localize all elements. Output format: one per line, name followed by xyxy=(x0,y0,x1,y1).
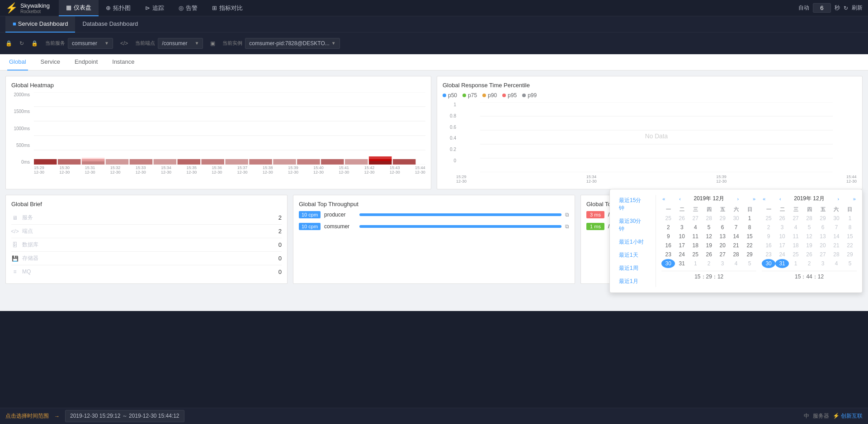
cal-day[interactable]: 2 xyxy=(661,223,675,232)
cal-r-day-31-selected[interactable]: 31 xyxy=(775,259,789,268)
cal-day[interactable]: 28 xyxy=(702,214,716,223)
cal-r-day[interactable]: 13 xyxy=(816,232,830,241)
cal-r-day[interactable]: 26 xyxy=(802,250,816,259)
cal-day[interactable]: 16 xyxy=(661,241,675,250)
shortcut-30min[interactable]: 最近30分钟 xyxy=(615,216,650,235)
cal-day[interactable]: 31 xyxy=(675,259,689,268)
cal-r-day[interactable]: 25 xyxy=(762,214,775,223)
copy-icon-1[interactable]: ⧉ xyxy=(565,223,569,230)
nav-topology[interactable]: ⊕ 拓扑图 xyxy=(99,0,138,16)
cal-day[interactable]: 29 xyxy=(743,250,756,259)
cal-r-day[interactable]: 25 xyxy=(789,250,802,259)
cal-day[interactable]: 22 xyxy=(743,241,756,250)
cal-r-day[interactable]: 29 xyxy=(816,214,830,223)
cal-day[interactable]: 25 xyxy=(661,214,675,223)
cal-day[interactable]: 17 xyxy=(675,241,689,250)
cal-r-day[interactable]: 9 xyxy=(762,232,775,241)
cal-r-day[interactable]: 15 xyxy=(843,232,857,241)
cal-r-day[interactable]: 5 xyxy=(802,223,816,232)
refresh-toolbar-icon[interactable]: ↻ xyxy=(19,40,24,47)
cal-r-day[interactable]: 12 xyxy=(802,232,816,241)
cal-day[interactable]: 5 xyxy=(743,259,756,268)
cal-r-day[interactable]: 7 xyxy=(830,223,843,232)
cal-day[interactable]: 23 xyxy=(661,250,675,259)
nav-trace[interactable]: ⊳ 追踪 xyxy=(138,0,171,16)
cal-r-day[interactable]: 4 xyxy=(789,223,802,232)
cal-day[interactable]: 1 xyxy=(743,214,756,223)
cal-left-next-year[interactable]: » xyxy=(752,196,756,202)
cal-day[interactable]: 14 xyxy=(729,232,743,241)
cal-r-day[interactable]: 5 xyxy=(843,259,857,268)
cal-r-day-30-selected[interactable]: 30 xyxy=(762,259,775,268)
cal-r-day[interactable]: 1 xyxy=(843,214,857,223)
cal-r-day[interactable]: 26 xyxy=(775,214,789,223)
cal-r-day[interactable]: 29 xyxy=(843,250,857,259)
cal-right-next-year[interactable]: » xyxy=(852,196,857,202)
cal-right-next-month[interactable]: › xyxy=(836,196,840,202)
nav-dashboard[interactable]: ▦ 仪表盘 xyxy=(59,0,99,16)
cal-r-day[interactable]: 19 xyxy=(802,241,816,250)
cal-r-day[interactable]: 11 xyxy=(789,232,802,241)
auto-seconds-input[interactable]: 6 xyxy=(813,3,831,13)
cal-day[interactable]: 18 xyxy=(689,241,702,250)
cal-r-day[interactable]: 30 xyxy=(830,214,843,223)
cal-day[interactable]: 24 xyxy=(675,250,689,259)
shortcut-15min[interactable]: 最近15分钟 xyxy=(615,195,650,214)
cal-r-day[interactable]: 20 xyxy=(816,241,830,250)
cal-r-day[interactable]: 3 xyxy=(816,259,830,268)
cal-day[interactable]: 3 xyxy=(716,259,729,268)
sub-tab-service[interactable]: Service xyxy=(39,54,62,71)
cal-r-day[interactable]: 17 xyxy=(775,241,789,250)
cal-day[interactable]: 12 xyxy=(702,232,716,241)
cal-day[interactable]: 1 xyxy=(689,259,702,268)
cal-r-day[interactable]: 24 xyxy=(775,250,789,259)
cal-left-next-month[interactable]: › xyxy=(736,196,740,202)
cal-day[interactable]: 10 xyxy=(675,232,689,241)
sub-tab-endpoint[interactable]: Endpoint xyxy=(73,54,99,71)
cal-r-day[interactable]: 23 xyxy=(762,250,775,259)
cal-day[interactable]: 6 xyxy=(716,223,729,232)
cal-day[interactable]: 27 xyxy=(689,214,702,223)
cal-day[interactable]: 8 xyxy=(743,223,756,232)
cal-r-day[interactable]: 16 xyxy=(762,241,775,250)
shortcut-1hour[interactable]: 最近1小时 xyxy=(615,236,650,248)
cal-r-day[interactable]: 28 xyxy=(830,250,843,259)
copy-icon-0[interactable]: ⧉ xyxy=(565,212,569,218)
cal-r-day[interactable]: 14 xyxy=(830,232,843,241)
cal-day[interactable]: 26 xyxy=(702,250,716,259)
cal-day[interactable]: 25 xyxy=(689,250,702,259)
cal-day[interactable]: 3 xyxy=(675,223,689,232)
cal-r-day[interactable]: 8 xyxy=(843,223,857,232)
tab-database-dashboard[interactable]: Database Dashboard xyxy=(75,16,145,33)
shortcut-1month[interactable]: 最近1月 xyxy=(615,276,650,287)
shortcut-1week[interactable]: 最近1周 xyxy=(615,263,650,274)
cal-day[interactable]: 9 xyxy=(661,232,675,241)
cal-r-day[interactable]: 2 xyxy=(802,259,816,268)
cal-left-prev-month[interactable]: ‹ xyxy=(678,196,682,202)
cal-day[interactable]: 20 xyxy=(716,241,729,250)
cal-r-day[interactable]: 1 xyxy=(789,259,802,268)
cal-r-day[interactable]: 3 xyxy=(775,223,789,232)
cal-day[interactable]: 7 xyxy=(729,223,743,232)
cal-day[interactable]: 4 xyxy=(729,259,743,268)
refresh-icon[interactable]: ↻ xyxy=(844,5,848,11)
instance-selector[interactable]: comsumer-pid:7828@DESKTO... ▼ xyxy=(245,38,340,49)
cal-day[interactable]: 19 xyxy=(702,241,716,250)
cal-day[interactable]: 28 xyxy=(729,250,743,259)
sub-tab-global[interactable]: Global xyxy=(7,54,28,71)
cal-r-day[interactable]: 21 xyxy=(830,241,843,250)
cal-day[interactable]: 29 xyxy=(716,214,729,223)
cal-day[interactable]: 15 xyxy=(743,232,756,241)
cal-r-day[interactable]: 22 xyxy=(843,241,857,250)
cal-day[interactable]: 26 xyxy=(675,214,689,223)
cal-right-prev-month[interactable]: ‹ xyxy=(778,196,782,202)
cal-day[interactable]: 11 xyxy=(689,232,702,241)
cal-left-prev-year[interactable]: « xyxy=(661,196,666,202)
cal-day[interactable]: 5 xyxy=(702,223,716,232)
cal-day[interactable]: 13 xyxy=(716,232,729,241)
cal-right-prev-year[interactable]: « xyxy=(762,196,766,202)
service-selector[interactable]: comsumer ▼ xyxy=(68,38,113,49)
cal-r-day[interactable]: 27 xyxy=(789,214,802,223)
nav-alarm[interactable]: ◎ 告警 xyxy=(171,0,205,16)
cal-r-day[interactable]: 27 xyxy=(816,250,830,259)
